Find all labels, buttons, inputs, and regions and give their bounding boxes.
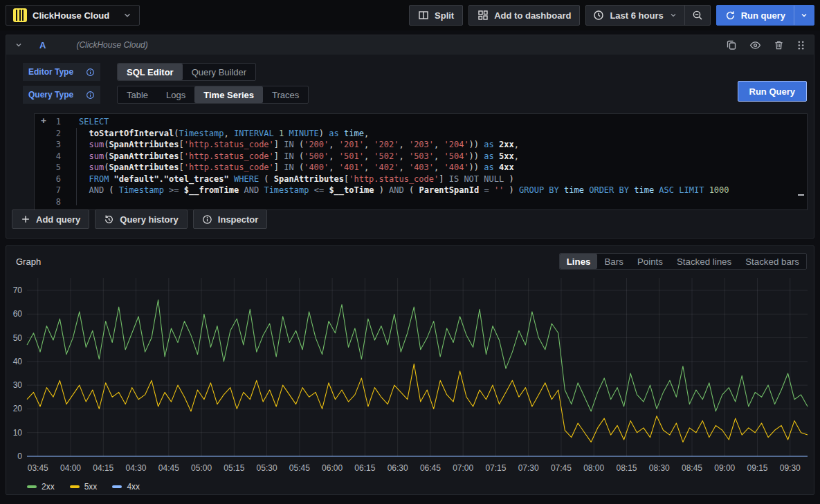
svg-text:08:30: 08:30 (649, 463, 670, 473)
query-type-traces[interactable]: Traces (263, 86, 308, 103)
legend-item-4xx[interactable]: 4xx (112, 482, 140, 492)
legend-swatch (70, 485, 80, 488)
editor-type-sql-editor[interactable]: SQL Editor (118, 64, 183, 80)
zoom-out-icon (692, 10, 703, 21)
datasource-picker[interactable]: ClickHouse Cloud (6, 5, 140, 26)
explore-toolbar: ClickHouse Cloud Split Add to dashboard … (0, 0, 820, 30)
legend-label: 2xx (42, 482, 55, 492)
legend-item-2xx[interactable]: 2xx (27, 482, 55, 492)
split-label: Split (435, 10, 454, 21)
add-line-icon[interactable]: + (41, 115, 46, 126)
run-query-label: Run query (741, 10, 785, 21)
sql-gutter: + 12345678 (35, 114, 73, 209)
svg-text:03:45: 03:45 (28, 463, 48, 473)
time-series-chart[interactable]: 01020304050607003:4504:0004:1504:3004:45… (9, 274, 812, 478)
svg-text:10: 10 (13, 428, 23, 438)
sql-editor[interactable]: + 12345678 SELECT toStartOfInterval(Time… (34, 113, 808, 210)
editor-type-query-builder[interactable]: Query Builder (183, 64, 255, 80)
svg-text:06:30: 06:30 (388, 463, 408, 473)
svg-text:08:45: 08:45 (682, 463, 702, 473)
clickhouse-logo-icon (13, 8, 27, 22)
graph-style-bars[interactable]: Bars (597, 254, 630, 269)
graph-style-stacked-lines[interactable]: Stacked lines (670, 254, 738, 269)
toggle-visibility-icon[interactable] (749, 39, 761, 51)
chevron-down-icon (669, 11, 677, 19)
plus-icon (21, 214, 30, 224)
chevron-down-icon (800, 11, 808, 19)
datasource-name: ClickHouse Cloud (33, 10, 117, 21)
split-icon (418, 10, 429, 21)
svg-text:08:00: 08:00 (583, 463, 604, 473)
line-number: 6 (35, 174, 73, 185)
query-type-table[interactable]: Table (118, 86, 157, 103)
line-number: 3 (35, 139, 73, 151)
svg-text:40: 40 (13, 357, 23, 366)
line-number: 4 (35, 151, 73, 162)
clock-icon (593, 10, 604, 21)
svg-text:60: 60 (13, 309, 23, 319)
chart-legend: 2xx5xx4xx (27, 482, 140, 492)
svg-text:06:45: 06:45 (420, 463, 441, 473)
svg-text:09:00: 09:00 (714, 463, 735, 473)
svg-text:30: 30 (13, 380, 23, 390)
graph-style-points[interactable]: Points (630, 254, 670, 269)
svg-text:06:00: 06:00 (322, 463, 343, 473)
split-button[interactable]: Split (409, 5, 463, 26)
editor-type-switch: SQL Editor Query Builder (117, 63, 256, 81)
time-range-label: Last 6 hours (610, 10, 663, 21)
run-query-options-caret[interactable] (794, 6, 814, 25)
graph-style-stacked-bars[interactable]: Stacked bars (738, 254, 806, 269)
line-number: 5 (35, 162, 73, 174)
duplicate-query-icon[interactable] (726, 39, 737, 50)
drag-handle-icon[interactable] (796, 40, 805, 50)
zoom-out-button[interactable] (684, 6, 710, 25)
line-number: 8 (35, 196, 73, 208)
collapse-chevron-icon[interactable] (15, 41, 23, 49)
graph-panel-title: Graph (16, 256, 41, 267)
query-type-switch: Table Logs Time Series Traces (117, 86, 309, 104)
run-query-split-button: Run query (716, 5, 814, 26)
svg-text:20: 20 (13, 404, 23, 413)
svg-text:05:00: 05:00 (191, 463, 212, 473)
svg-text:07:15: 07:15 (485, 463, 506, 473)
legend-label: 5xx (84, 482, 98, 492)
svg-text:07:00: 07:00 (453, 463, 473, 473)
add-to-dashboard-label: Add to dashboard (494, 10, 571, 21)
info-icon[interactable] (86, 91, 95, 100)
inspector-button[interactable]: Inspector (193, 209, 268, 229)
svg-text:09:15: 09:15 (747, 463, 768, 473)
query-history-button[interactable]: Query history (95, 209, 188, 229)
delete-query-icon[interactable] (774, 40, 784, 50)
svg-text:08:15: 08:15 (616, 463, 637, 473)
run-query-button[interactable]: Run query (717, 6, 794, 25)
svg-text:04:00: 04:00 (60, 463, 81, 473)
query-type-logs[interactable]: Logs (157, 86, 194, 103)
run-query-panel-button[interactable]: Run Query (738, 81, 807, 102)
query-type-time-series[interactable]: Time Series (194, 86, 263, 103)
query-datasource-hint: (ClickHouse Cloud) (76, 40, 147, 50)
query-row-header[interactable]: A (ClickHouse Cloud) (6, 35, 814, 55)
graph-style-switch: Lines Bars Points Stacked lines Stacked … (559, 253, 807, 270)
text-cursor (798, 194, 804, 196)
legend-item-5xx[interactable]: 5xx (70, 482, 98, 492)
time-range-picker[interactable]: Last 6 hours (586, 6, 684, 25)
sync-icon (725, 10, 736, 21)
svg-text:07:30: 07:30 (518, 463, 539, 473)
chevron-down-icon (122, 10, 132, 20)
sql-code[interactable]: SELECT toStartOfInterval(Timestamp, INTE… (73, 114, 807, 209)
indent-guide (76, 128, 77, 205)
svg-text:09:30: 09:30 (780, 463, 801, 473)
svg-text:50: 50 (13, 333, 23, 343)
add-query-button[interactable]: Add query (12, 209, 89, 229)
svg-text:04:15: 04:15 (93, 463, 113, 473)
add-to-dashboard-button[interactable]: Add to dashboard (468, 5, 580, 26)
svg-text:70: 70 (13, 286, 23, 295)
apps-icon (477, 10, 489, 21)
legend-swatch (27, 485, 37, 488)
info-icon[interactable] (86, 68, 95, 77)
svg-text:07:45: 07:45 (551, 463, 572, 473)
query-type-label: Query Type (23, 86, 100, 104)
editor-type-label: Editor Type (23, 63, 100, 81)
svg-text:05:30: 05:30 (257, 463, 277, 473)
graph-style-lines[interactable]: Lines (560, 254, 598, 269)
